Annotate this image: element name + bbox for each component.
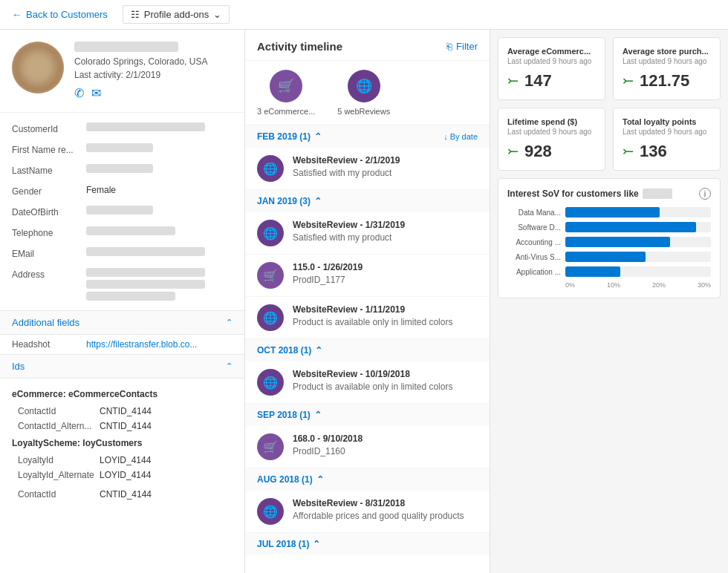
chevron-down-icon: ⌄ <box>213 9 221 20</box>
additional-fields-title: Additional fields <box>12 317 79 328</box>
timeline-content: 115.0 - 1/26/2019 ProdID_1177 <box>293 262 478 285</box>
metric-value-row: ⤚ 147 <box>507 71 596 91</box>
field-value-telephone <box>86 226 175 235</box>
field-value-lastname <box>86 164 153 173</box>
bar-label: Accounting ... <box>507 238 561 246</box>
timeline-item: 🌐 WebsiteReview - 1/11/2019 Product is a… <box>245 297 490 339</box>
metric-value-lifetime: 928 <box>524 142 552 161</box>
timeline-item-title: WebsiteReview - 1/11/2019 <box>293 304 478 315</box>
timeline-item-desc: Product is available only in limited col… <box>293 382 478 392</box>
month-header-jan2019: JAN 2019 (3) ⌃ <box>245 190 490 212</box>
contact-icons: ✆ ✉ <box>74 86 233 100</box>
ids-row-contactid2: ContactId CNTID_4144 <box>0 487 244 502</box>
metrics-row-1: Average eCommerc... Last updated 9 hours… <box>498 37 721 100</box>
field-value-customerid <box>86 122 205 131</box>
activity-icon-ecommerce[interactable]: 🛒 3 eCommerce... <box>257 70 315 116</box>
activity-icon-webreviews[interactable]: 🌐 5 webReviews <box>337 70 390 116</box>
ids-group-loyalty-title: LoyaltyScheme: loyCustomers <box>0 433 244 453</box>
month-label-aug2018[interactable]: AUG 2018 (1) ⌃ <box>257 474 324 485</box>
field-label-firstname: First Name re... <box>12 143 86 155</box>
timeline-content: WebsiteReview - 10/19/2018 Product is av… <box>293 369 478 392</box>
additional-fields-section-header[interactable]: Additional fields ⌃ <box>0 310 244 335</box>
ids-value-loyaltyid-alt: LOYID_4144 <box>100 470 151 480</box>
bar-row-antivirus: Anti-Virus S... <box>507 252 711 262</box>
interest-title: Interest SoV for customers like i <box>507 188 711 200</box>
timeline-dot-cart: 🛒 <box>257 433 284 460</box>
month-label-jul2018[interactable]: JUL 2018 (1) ⌃ <box>257 539 320 549</box>
back-to-customers-link[interactable]: ← Back to Customers <box>12 9 108 20</box>
metric-trend-icon: ⤚ <box>507 73 519 89</box>
ids-section-header[interactable]: Ids ⌃ <box>0 354 244 379</box>
metric-trend-icon: ⤚ <box>623 73 634 89</box>
activity-header: Activity timeline ⎗ Filter <box>245 30 490 61</box>
timeline-item: 🌐 WebsiteReview - 2/1/2019 Satisfied wit… <box>245 148 490 190</box>
ids-label-contactid: ContactId <box>18 406 100 416</box>
phone-icon[interactable]: ✆ <box>74 86 84 100</box>
ids-label-loyaltyid-alt: LoyaltyId_Alternate <box>18 470 100 480</box>
field-label-customerid: CustomerId <box>12 122 86 134</box>
filter-label: Filter <box>456 41 478 52</box>
timeline-item-title: WebsiteReview - 8/31/2018 <box>293 498 478 508</box>
field-row-customerid: CustomerId <box>0 119 244 140</box>
interest-title-text: Interest SoV for customers like <box>507 189 672 199</box>
field-value-firstname <box>86 143 153 152</box>
month-label-jan2019[interactable]: JAN 2019 (3) ⌃ <box>257 196 322 206</box>
profile-addons-button[interactable]: ☷ Profile add-ons ⌄ <box>123 5 230 24</box>
bar-fill <box>565 207 660 217</box>
metric-trend-icon: ⤚ <box>507 143 519 160</box>
bar-fill <box>565 252 646 262</box>
interest-card: Interest SoV for customers like i Data M… <box>498 178 721 298</box>
additional-fields-chevron-icon: ⌃ <box>226 318 233 327</box>
timeline-item-title: WebsiteReview - 10/19/2018 <box>293 369 478 379</box>
metric-value-loyalty: 136 <box>640 142 667 161</box>
addons-icon: ☷ <box>131 9 140 20</box>
field-row-gender: Gender Female <box>0 181 244 202</box>
headshot-value[interactable]: https://filestransfer.blob.co... <box>86 339 197 350</box>
month-header-feb2019: FEB 2019 (1) ⌃ ↓ By date <box>245 125 490 148</box>
metric-subtitle-avg-ecommerce: Last updated 9 hours ago <box>507 57 596 65</box>
month-label-feb2019[interactable]: FEB 2019 (1) ⌃ <box>257 131 322 142</box>
metric-value-row: ⤚ 121.75 <box>623 71 711 91</box>
metric-title-avg-store: Average store purch... <box>623 47 711 56</box>
bar-track <box>565 252 711 262</box>
profile-last-activity: Last activity: 2/1/2019 <box>74 70 233 80</box>
month-label-oct2018[interactable]: OCT 2018 (1) ⌃ <box>257 345 322 356</box>
info-icon[interactable]: i <box>699 188 711 200</box>
month-label-sep2018[interactable]: SEP 2018 (1) ⌃ <box>257 410 322 420</box>
metric-card-avg-store: Average store purch... Last updated 9 ho… <box>613 37 721 100</box>
bar-row-software: Software D... <box>507 222 711 232</box>
ids-value-loyaltyid: LOYID_4144 <box>100 455 151 465</box>
metrics-row-2: Lifetime spend ($) Last updated 9 hours … <box>498 108 721 171</box>
timeline-item-desc: Affordable prices and good quality produ… <box>293 511 478 521</box>
timeline-item: 🌐 WebsiteReview - 1/31/2019 Satisfied wi… <box>245 212 490 255</box>
main-layout: Colorado Springs, Colorado, USA Last act… <box>0 30 728 573</box>
timeline-item-desc: Satisfied with my product <box>293 232 478 243</box>
timeline-item-desc: Satisfied with my product <box>293 168 478 178</box>
field-label-lastname: LastName <box>12 164 86 176</box>
metric-card-loyalty: Total loyalty points Last updated 9 hour… <box>613 108 721 171</box>
middle-panel: Activity timeline ⎗ Filter 🛒 3 eCommerce… <box>245 30 490 573</box>
activity-icons-row: 🛒 3 eCommerce... 🌐 5 webReviews <box>245 61 490 125</box>
field-row-dob: DateOfBirth <box>0 202 244 223</box>
timeline-content: WebsiteReview - 8/31/2018 Affordable pri… <box>293 498 478 521</box>
ecommerce-icon-circle: 🛒 <box>270 70 302 102</box>
field-value-dob <box>86 206 153 215</box>
field-label-telephone: Telephone <box>12 226 86 238</box>
metric-title-lifetime: Lifetime spend ($) <box>507 117 596 126</box>
timeline-item-title: WebsiteReview - 2/1/2019 <box>293 155 478 166</box>
timeline-item-desc: Product is available only in limited col… <box>293 317 478 327</box>
sort-by-date-button[interactable]: ↓ By date <box>443 132 478 141</box>
field-label-email: EMail <box>12 247 86 259</box>
headshot-row: Headshot https://filestransfer.blob.co..… <box>0 335 244 354</box>
bar-fill <box>565 266 620 277</box>
timeline-item: 🌐 WebsiteReview - 8/31/2018 Affordable p… <box>245 491 490 533</box>
bar-track <box>565 237 711 247</box>
bar-row-application: Application ... <box>507 266 711 277</box>
profile-header: Colorado Springs, Colorado, USA Last act… <box>0 30 244 113</box>
month-header-sep2018: SEP 2018 (1) ⌃ <box>245 404 490 426</box>
field-row-lastname: LastName <box>0 160 244 181</box>
email-icon[interactable]: ✉ <box>91 86 101 100</box>
ids-section: eCommerce: eCommerceContacts ContactId C… <box>0 379 244 508</box>
filter-button[interactable]: ⎗ Filter <box>446 41 478 52</box>
ids-row-contactid-alt: ContactId_Altern... CNTID_4144 <box>0 419 244 433</box>
